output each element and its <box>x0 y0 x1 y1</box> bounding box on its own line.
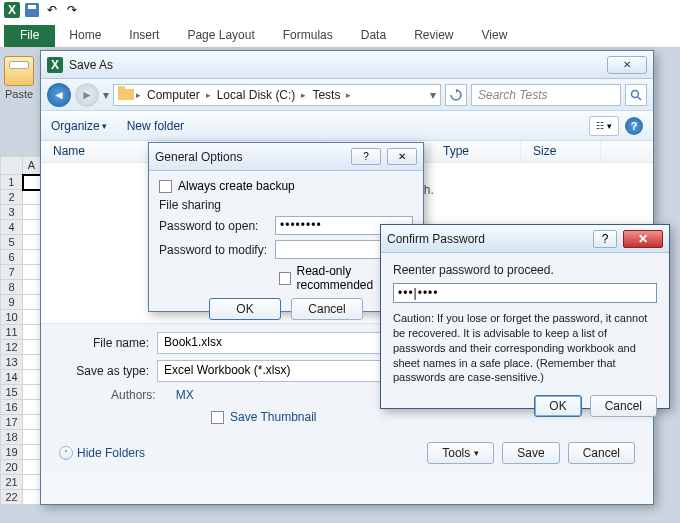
redo-icon[interactable]: ↷ <box>64 2 80 18</box>
col-type[interactable]: Type <box>431 141 521 162</box>
svg-rect-3 <box>28 5 36 9</box>
svg-text:X: X <box>51 58 59 72</box>
organize-menu[interactable]: Organize ▾ <box>51 119 107 133</box>
dialog-title: Confirm Password <box>387 232 593 246</box>
ok-button[interactable]: OK <box>534 395 581 417</box>
hide-folders-button[interactable]: ˄ Hide Folders <box>59 446 145 460</box>
backup-checkbox[interactable] <box>159 180 172 193</box>
breadcrumb[interactable]: ▸ Computer ▸ Local Disk (C:) ▸ Tests ▸ ▾ <box>113 84 441 106</box>
refresh-button[interactable] <box>445 84 467 106</box>
paste-label: Paste <box>4 88 34 100</box>
back-button[interactable]: ◄ <box>47 83 71 107</box>
search-input[interactable]: Search Tests <box>471 84 621 106</box>
save-icon[interactable] <box>24 2 40 18</box>
tab-file[interactable]: File <box>4 25 55 47</box>
clipboard-icon <box>4 56 34 86</box>
bc-drive[interactable]: Local Disk (C:) <box>213 88 300 102</box>
tab-home[interactable]: Home <box>55 25 115 47</box>
bc-folder[interactable]: Tests <box>308 88 344 102</box>
undo-icon[interactable]: ↶ <box>44 2 60 18</box>
tools-button[interactable]: Tools▾ <box>427 442 494 464</box>
dialog-title: General Options <box>155 150 351 164</box>
col-size[interactable]: Size <box>521 141 601 162</box>
readonly-checkbox[interactable] <box>279 272 291 285</box>
close-button[interactable]: ✕ <box>607 56 647 74</box>
chevron-up-icon: ˄ <box>59 446 73 460</box>
thumbnail-label: Save Thumbnail <box>230 410 317 424</box>
cancel-button[interactable]: Cancel <box>590 395 657 417</box>
view-options[interactable]: ☷ ▾ <box>589 116 619 136</box>
svg-line-9 <box>638 97 641 100</box>
backup-label: Always create backup <box>178 179 295 193</box>
help-button[interactable]: ? <box>625 117 643 135</box>
excel-icon: X <box>4 2 20 18</box>
pw-mod-label: Password to modify: <box>159 243 269 257</box>
password-input[interactable]: •••|•••• <box>393 283 657 303</box>
authors-label: Authors: <box>111 388 156 402</box>
paste-button[interactable]: Paste <box>4 56 34 100</box>
cancel-button[interactable]: Cancel <box>291 298 363 320</box>
svg-point-8 <box>632 90 639 97</box>
forward-button[interactable]: ► <box>75 83 99 107</box>
newfolder-button[interactable]: New folder <box>127 119 184 133</box>
tab-pagelayout[interactable]: Page Layout <box>173 25 268 47</box>
filename-label: File name: <box>59 336 157 350</box>
tab-review[interactable]: Review <box>400 25 467 47</box>
folder-icon <box>118 86 134 103</box>
bc-computer[interactable]: Computer <box>143 88 204 102</box>
ok-button[interactable]: OK <box>209 298 281 320</box>
tab-insert[interactable]: Insert <box>115 25 173 47</box>
thumbnail-checkbox[interactable] <box>211 411 224 424</box>
caution-text: Caution: If you lose or forget the passw… <box>393 311 657 385</box>
tab-view[interactable]: View <box>468 25 522 47</box>
pw-open-label: Password to open: <box>159 219 269 233</box>
spreadsheet-grid[interactable]: A 1 23 45 67 89 1011 1213 1415 1617 1819… <box>0 156 42 505</box>
tab-formulas[interactable]: Formulas <box>269 25 347 47</box>
ribbon: X ↶ ↷ File Home Insert Page Layout Formu… <box>0 0 680 48</box>
help-button[interactable]: ? <box>351 148 381 165</box>
close-button[interactable]: ✕ <box>387 148 417 165</box>
authors-value[interactable]: MX <box>176 388 194 402</box>
svg-text:X: X <box>8 3 16 17</box>
help-button[interactable]: ? <box>593 230 617 248</box>
save-button[interactable]: Save <box>502 442 559 464</box>
savetype-label: Save as type: <box>59 364 157 378</box>
excel-icon: X <box>47 57 63 73</box>
cancel-button[interactable]: Cancel <box>568 442 635 464</box>
svg-rect-7 <box>118 86 125 91</box>
window-title: Save As <box>69 58 607 72</box>
dropdown-icon[interactable]: ▾ <box>103 88 109 102</box>
confirm-password-dialog: Confirm Password ? ✕ Reenter password to… <box>380 224 670 409</box>
tab-data[interactable]: Data <box>347 25 400 47</box>
search-button[interactable] <box>625 84 647 106</box>
prompt-text: Reenter password to proceed. <box>393 263 657 277</box>
sharing-heading: File sharing <box>159 198 413 212</box>
close-button[interactable]: ✕ <box>623 230 663 248</box>
